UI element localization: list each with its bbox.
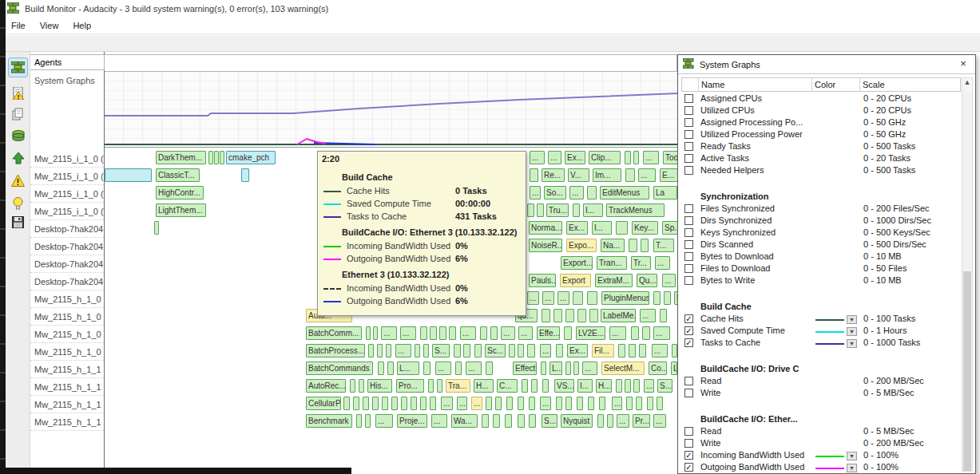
task-bar[interactable] bbox=[541, 361, 546, 375]
task-bar-tr[interactable]: Tr... bbox=[631, 256, 651, 270]
database-icon[interactable] bbox=[9, 127, 27, 145]
agent-row[interactable]: Mw_2115_h_1_0 (C bbox=[30, 290, 104, 308]
task-bar[interactable] bbox=[486, 361, 493, 375]
checkbox-unchecked[interactable] bbox=[684, 276, 693, 285]
task-bar[interactable] bbox=[377, 344, 383, 357]
task-bar[interactable] bbox=[391, 397, 398, 410]
warning-triangle-icon[interactable] bbox=[9, 172, 27, 190]
checkbox-unchecked[interactable] bbox=[684, 216, 693, 225]
task-bar-[interactable]: ... bbox=[471, 397, 482, 410]
task-bar[interactable] bbox=[220, 151, 224, 164]
task-bar-effect[interactable]: Effect bbox=[513, 361, 537, 375]
task-bar[interactable] bbox=[372, 397, 379, 410]
task-bar[interactable] bbox=[482, 414, 489, 428]
task-bar-h[interactable]: H... bbox=[474, 379, 494, 393]
copy-pages-icon[interactable] bbox=[9, 105, 27, 123]
task-bar[interactable] bbox=[641, 239, 649, 252]
task-bar-[interactable]: ... bbox=[381, 326, 397, 340]
task-bar-s[interactable]: S... bbox=[657, 379, 673, 393]
task-bar-[interactable]: ... bbox=[548, 151, 561, 164]
task-bar[interactable] bbox=[573, 203, 580, 217]
task-bar-export[interactable]: Export... bbox=[561, 256, 593, 270]
task-bar-his[interactable]: His... bbox=[367, 379, 392, 393]
task-bar-pauls[interactable]: Pauls... bbox=[529, 274, 556, 287]
task-bar-i[interactable]: I... bbox=[583, 203, 603, 217]
task-bar-h[interactable]: H... bbox=[596, 379, 612, 393]
task-bar[interactable] bbox=[401, 397, 407, 410]
task-bar[interactable] bbox=[587, 186, 597, 199]
task-bar-sc[interactable]: Sc... bbox=[485, 344, 506, 357]
task-bar-[interactable]: ... bbox=[540, 397, 551, 410]
agent-row[interactable]: Mw_2115_i_1_0 (Co bbox=[30, 168, 104, 185]
task-bar[interactable] bbox=[522, 379, 528, 393]
task-bar[interactable] bbox=[420, 326, 427, 340]
task-bar-batchprocess[interactable]: BatchProcess... bbox=[306, 344, 365, 357]
task-bar-[interactable]: ... bbox=[655, 256, 670, 270]
task-bar-[interactable]: ... bbox=[582, 361, 597, 375]
task-bar[interactable] bbox=[463, 344, 470, 357]
checkbox-checked[interactable]: ✓ bbox=[684, 338, 693, 347]
task-bar-selectm[interactable]: SelectM... bbox=[601, 361, 645, 375]
task-bar[interactable] bbox=[653, 291, 661, 305]
task-bar[interactable] bbox=[587, 291, 597, 305]
task-bar[interactable] bbox=[607, 414, 613, 428]
task-bar-[interactable]: ... bbox=[530, 151, 545, 164]
color-dropdown-icon[interactable]: ▼ bbox=[847, 327, 857, 336]
task-bar-tra[interactable]: Tra... bbox=[446, 379, 470, 393]
task-bar[interactable] bbox=[618, 344, 625, 357]
checkbox-checked[interactable]: ✓ bbox=[684, 314, 693, 323]
task-bar[interactable] bbox=[415, 344, 420, 357]
task-bar-fil[interactable]: Fil... bbox=[592, 344, 614, 357]
task-bar[interactable] bbox=[565, 361, 571, 375]
task-bar-[interactable]: ... bbox=[653, 326, 670, 340]
task-bar[interactable] bbox=[553, 309, 562, 322]
task-bar[interactable] bbox=[542, 379, 549, 393]
task-bar-sp[interactable]: Sp... bbox=[662, 221, 679, 235]
task-bar[interactable] bbox=[564, 326, 572, 340]
task-bar[interactable] bbox=[639, 344, 646, 357]
task-bar[interactable] bbox=[529, 397, 535, 410]
task-bar-[interactable]: ... bbox=[518, 326, 533, 340]
task-bar[interactable] bbox=[631, 326, 639, 340]
task-bar[interactable] bbox=[382, 397, 388, 410]
task-bar[interactable] bbox=[633, 151, 639, 164]
task-bar-[interactable]: ... bbox=[557, 291, 569, 305]
task-bar-na[interactable]: Na... bbox=[601, 239, 625, 252]
task-bar[interactable] bbox=[573, 291, 583, 305]
task-bar-[interactable]: ... bbox=[400, 326, 416, 340]
task-bar[interactable] bbox=[387, 361, 394, 375]
task-bar-tran[interactable]: Tran... bbox=[597, 256, 627, 270]
checkbox-unchecked[interactable] bbox=[684, 166, 693, 175]
task-bar[interactable] bbox=[556, 397, 562, 410]
task-bar-so[interactable]: So... bbox=[544, 186, 566, 199]
color-dropdown-icon[interactable]: ▼ bbox=[847, 452, 857, 460]
task-bar[interactable] bbox=[531, 379, 538, 393]
task-bar-[interactable]: ... bbox=[530, 186, 541, 199]
task-bar[interactable] bbox=[616, 379, 622, 393]
task-bar-cellularpa[interactable]: CellularPa... bbox=[306, 397, 341, 410]
task-bar-[interactable]: ... bbox=[638, 168, 656, 182]
close-icon[interactable]: × bbox=[956, 57, 970, 71]
task-bar-[interactable]: ... bbox=[643, 151, 659, 164]
task-bar[interactable] bbox=[365, 414, 371, 428]
task-bar[interactable] bbox=[642, 326, 650, 340]
task-bar-benchmark[interactable]: Benchmark bbox=[306, 414, 352, 428]
task-bar-effe[interactable]: Effe... bbox=[537, 326, 560, 340]
task-bar-noiser[interactable]: NoiseR... bbox=[529, 239, 562, 252]
bricks-icon[interactable] bbox=[9, 58, 27, 77]
task-bar[interactable] bbox=[629, 344, 636, 357]
color-dropdown-icon[interactable]: ▼ bbox=[847, 315, 857, 324]
task-bar[interactable] bbox=[529, 414, 536, 428]
arrow-up-icon[interactable] bbox=[9, 149, 27, 168]
checkbox-unchecked[interactable] bbox=[684, 252, 693, 261]
agent-row[interactable]: Mw_2115_i_1_0 (Co bbox=[30, 203, 104, 220]
task-bar-l[interactable]: L bbox=[671, 361, 677, 375]
task-bar[interactable] bbox=[625, 168, 635, 182]
checkbox-unchecked[interactable] bbox=[684, 377, 693, 385]
agent-row[interactable]: Desktop-7hak204 (C bbox=[30, 273, 104, 290]
checkbox-unchecked[interactable] bbox=[684, 130, 693, 139]
task-bar[interactable] bbox=[105, 168, 152, 182]
task-bar[interactable] bbox=[556, 344, 563, 357]
task-bar[interactable] bbox=[439, 326, 446, 340]
task-bar-labelme[interactable]: LabelMe... bbox=[601, 309, 636, 322]
